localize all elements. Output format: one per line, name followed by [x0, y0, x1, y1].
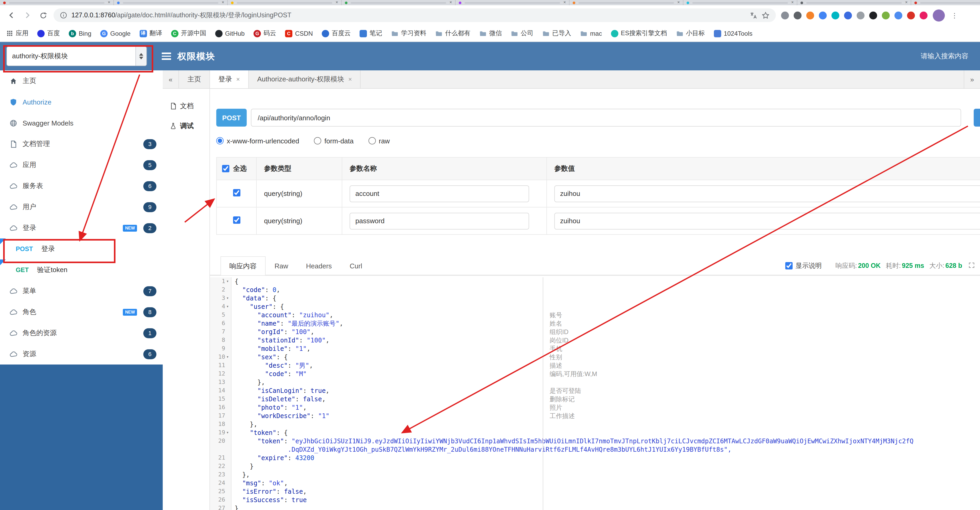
- tab-close-icon[interactable]: ×: [222, 0, 224, 5]
- sidebar-item-角色的资源[interactable]: 角色的资源1: [0, 322, 163, 344]
- param-value-input[interactable]: [554, 185, 980, 202]
- tab-close-icon[interactable]: ×: [678, 0, 680, 5]
- rail-item-调试[interactable]: 调试: [163, 119, 210, 133]
- bookmark-item[interactable]: 应用: [6, 29, 29, 38]
- sidebar-item-Swagger Models[interactable]: Swagger Models: [0, 112, 163, 134]
- bookmark-item[interactable]: G码云: [253, 29, 276, 38]
- sidebar-item-Authorize[interactable]: Authorize: [0, 91, 163, 112]
- menu-icon[interactable]: [162, 53, 171, 60]
- show-desc-checkbox[interactable]: [785, 262, 792, 269]
- sidebar-item-服务表[interactable]: 服务表6: [0, 175, 163, 196]
- tabs-scroll-right[interactable]: »: [964, 70, 980, 88]
- bookmark-item[interactable]: 1024Tools: [714, 30, 752, 37]
- sidebar-item-登录[interactable]: 登录NEW2: [0, 217, 163, 239]
- browser-tab[interactable]: ×: [456, 0, 570, 5]
- browser-tab[interactable]: ×: [342, 0, 456, 5]
- browser-tab[interactable]: ×: [570, 0, 683, 5]
- tabs-scroll-left[interactable]: «: [163, 70, 179, 88]
- header-search-input[interactable]: 请输入搜索内容: [921, 51, 969, 61]
- fold-icon[interactable]: ▾: [225, 429, 230, 437]
- bookmark-item[interactable]: mac: [580, 30, 602, 37]
- extension-icon[interactable]: [920, 11, 928, 19]
- extension-icon[interactable]: [819, 11, 827, 19]
- fullscreen-icon[interactable]: [969, 262, 975, 270]
- tab-close-icon[interactable]: ×: [563, 0, 566, 5]
- bookmark-item[interactable]: CCSDN: [285, 30, 313, 37]
- browser-tab[interactable]: ×: [911, 0, 980, 5]
- param-name-input[interactable]: [350, 212, 529, 229]
- param-checkbox[interactable]: [233, 189, 240, 196]
- tab-close-icon[interactable]: ×: [791, 0, 794, 5]
- browser-tab[interactable]: ×: [683, 0, 797, 5]
- extension-icon[interactable]: [832, 11, 839, 19]
- bookmark-item[interactable]: 什么都有: [435, 29, 470, 38]
- extension-icon[interactable]: [806, 11, 814, 19]
- fold-icon[interactable]: ▾: [225, 303, 230, 311]
- tab-close-icon[interactable]: ×: [348, 76, 352, 83]
- bookmark-star-icon[interactable]: [762, 11, 770, 19]
- param-checkbox[interactable]: [233, 217, 240, 224]
- response-tab-Curl[interactable]: Curl: [340, 256, 371, 275]
- fold-icon[interactable]: ▾: [225, 277, 230, 286]
- response-tab-Raw[interactable]: Raw: [266, 256, 297, 275]
- bookmark-item[interactable]: 微信: [479, 29, 502, 38]
- bookmark-item[interactable]: GGoogle: [100, 30, 130, 37]
- bookmark-item[interactable]: GitHub: [215, 30, 245, 37]
- bookmark-item[interactable]: 已导入: [542, 29, 571, 38]
- sidebar-item-文档管理[interactable]: 文档管理3: [0, 134, 163, 155]
- bookmark-item[interactable]: 百度: [37, 29, 60, 38]
- sidebar-item-资源[interactable]: 资源6: [0, 344, 163, 365]
- content-type-raw[interactable]: raw: [368, 137, 390, 145]
- response-tab-Headers[interactable]: Headers: [297, 256, 340, 275]
- extension-icon[interactable]: [869, 11, 877, 19]
- tab-登录[interactable]: 登录×: [210, 70, 249, 88]
- param-value-input[interactable]: [554, 212, 980, 229]
- tab-close-icon[interactable]: ×: [450, 0, 452, 5]
- bookmark-item[interactable]: bBing: [69, 30, 91, 37]
- select-all-checkbox[interactable]: [222, 165, 229, 172]
- browser-tab[interactable]: ×: [228, 0, 342, 5]
- bookmark-item[interactable]: 百度云: [322, 29, 351, 38]
- send-button[interactable]: 发: [974, 109, 980, 127]
- content-type-x-www-form-urlencoded[interactable]: x-www-form-urlencoded: [216, 137, 299, 145]
- bookmark-item[interactable]: 笔记: [360, 29, 382, 38]
- rail-item-文档[interactable]: 文档: [163, 99, 210, 113]
- sidebar-api-get-验证token[interactable]: GET验证token: [0, 260, 163, 280]
- back-icon[interactable]: [6, 10, 17, 21]
- fold-icon[interactable]: ▾: [225, 294, 230, 303]
- content-type-radio[interactable]: [314, 137, 321, 145]
- module-select[interactable]: authority-权限模块: [6, 46, 147, 66]
- extension-icon[interactable]: [844, 11, 852, 19]
- bookmark-item[interactable]: C开源中国: [171, 29, 206, 38]
- tab-Authorize-authority-权限模块[interactable]: Authorize-authority-权限模块×: [249, 70, 361, 88]
- content-type-form-data[interactable]: form-data: [314, 137, 353, 145]
- extension-icon[interactable]: [794, 11, 802, 19]
- response-tab-响应内容[interactable]: 响应内容: [220, 256, 266, 276]
- show-desc-toggle[interactable]: 显示说明: [785, 261, 822, 270]
- browser-tab[interactable]: ×: [114, 0, 228, 5]
- avatar[interactable]: [933, 9, 945, 21]
- content-type-radio[interactable]: [368, 137, 375, 145]
- bookmark-item[interactable]: 小目标: [676, 29, 705, 38]
- content-type-radio[interactable]: [216, 137, 224, 145]
- forward-icon[interactable]: [22, 10, 33, 21]
- extension-icon[interactable]: [894, 11, 902, 19]
- bookmark-item[interactable]: ES搜索引擎文档: [611, 29, 667, 38]
- address-bar[interactable]: 127.0.0.1:8760/api/gate/doc.html#/author…: [54, 8, 776, 22]
- sidebar-item-角色[interactable]: 角色NEW8: [0, 301, 163, 322]
- extension-icon[interactable]: [781, 11, 789, 19]
- sidebar-item-菜单[interactable]: 菜单7: [0, 280, 163, 301]
- bookmark-item[interactable]: 公司: [511, 29, 533, 38]
- tab-close-icon[interactable]: ×: [336, 0, 338, 5]
- request-url-input[interactable]: [251, 109, 961, 127]
- tab-主页[interactable]: 主页: [179, 70, 210, 88]
- reload-icon[interactable]: [38, 10, 48, 21]
- extension-icon[interactable]: [907, 11, 915, 19]
- bookmark-item[interactable]: 译翻译: [139, 29, 162, 38]
- browser-tab[interactable]: ×: [797, 0, 911, 5]
- sidebar-api-post-登录[interactable]: POST登录: [0, 239, 163, 260]
- extension-icon[interactable]: [882, 11, 890, 19]
- extension-icon[interactable]: [857, 11, 864, 19]
- bookmark-item[interactable]: 学习资料: [391, 29, 426, 38]
- sidebar-item-用户[interactable]: 用户9: [0, 196, 163, 217]
